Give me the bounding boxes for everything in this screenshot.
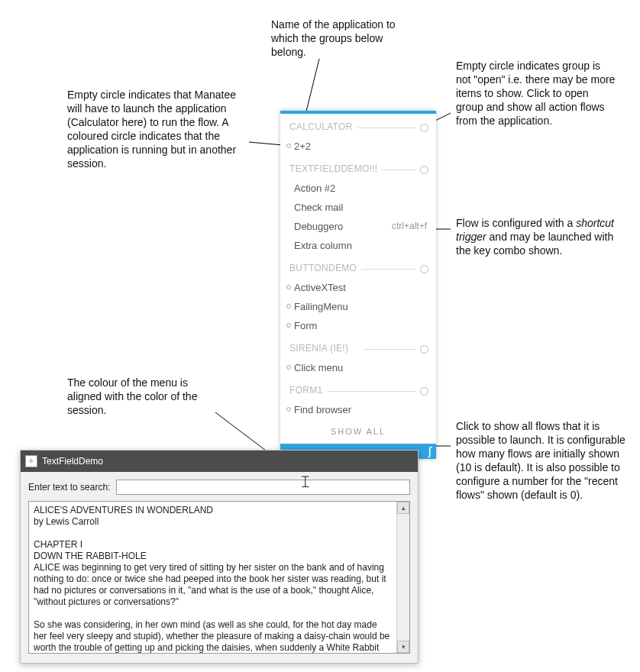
group-header[interactable]: SIRENIA (IE!) [280, 335, 436, 358]
search-row: Enter text to search: [28, 480, 410, 495]
callout-menu-color: The colour of the menu is aligned with t… [67, 376, 224, 417]
flow-menu-body: CALCULATOR2+2TEXTFIELDDEMO!!!Action #2Ch… [280, 114, 436, 419]
logo-icon: ʃ [428, 446, 432, 457]
group-title: SIRENIA (IE!) [289, 343, 353, 354]
callout-shortcut: Flow is configured with a shortcut trigg… [456, 216, 616, 257]
group-open-indicator-icon[interactable] [420, 345, 428, 354]
window-titlebar[interactable]: ✧ TextFieldDemo [21, 451, 418, 472]
group-header[interactable]: CALCULATOR [280, 114, 436, 137]
group-open-indicator-icon[interactable] [420, 124, 428, 132]
group-title: FORM1 [289, 385, 328, 396]
flow-launch-indicator-icon [286, 365, 291, 370]
callout-shortcut-em: shortcut trigger [456, 217, 614, 243]
window-title: TextFieldDemo [42, 456, 103, 467]
app-window: ✧ TextFieldDemo Enter text to search: 𝙸 … [20, 450, 419, 664]
flow-item-label: Form [294, 320, 317, 331]
flow-launch-indicator-icon [286, 407, 291, 412]
textarea-wrapper: ▴ ▾ [28, 501, 410, 654]
group-open-indicator-icon[interactable] [420, 265, 428, 273]
group-divider [347, 128, 416, 128]
search-label: Enter text to search: [28, 482, 110, 493]
flow-item-label: Extra column [294, 240, 352, 251]
flow-item[interactable]: Extra column [280, 236, 436, 255]
flow-menu: CALCULATOR2+2TEXTFIELDDEMO!!!Action #2Ch… [280, 111, 436, 459]
scrollbar[interactable]: ▴ ▾ [396, 502, 409, 653]
flow-item-label: FailingMenu [294, 301, 348, 312]
flow-item-label: 2+2 [294, 141, 311, 152]
callout-open-circle: Empty circle indicates group is not "ope… [456, 59, 616, 128]
flow-item[interactable]: Find browser [280, 400, 436, 419]
flow-item[interactable]: 2+2 [280, 137, 436, 156]
group-title: BUTTONDEMO [289, 263, 361, 273]
flow-item-shortcut: ctrl+alt+f [392, 221, 427, 231]
flow-item[interactable]: ActiveXTest [280, 278, 436, 297]
callout-launch-circle: Empty circle indicates that Manatee will… [67, 88, 243, 170]
flow-item[interactable]: Click menu [280, 358, 436, 377]
text-content[interactable] [29, 502, 396, 653]
group-title: CALCULATOR [289, 121, 357, 132]
group-header[interactable]: BUTTONDEMO [280, 255, 436, 278]
flow-item-label: Debuggero [294, 221, 343, 232]
flow-launch-indicator-icon [286, 144, 291, 148]
group-divider [321, 391, 416, 392]
flow-item[interactable]: Action #2 [280, 179, 436, 198]
callout-app-name: Name of the application to which the gro… [271, 18, 412, 59]
flow-launch-indicator-icon [286, 323, 291, 328]
search-input[interactable] [116, 480, 410, 495]
group-title: TEXTFIELDDEMO!!! [289, 163, 382, 174]
app-icon: ✧ [25, 455, 37, 467]
group-open-indicator-icon[interactable] [420, 387, 428, 396]
svg-line-1 [249, 142, 283, 145]
group-open-indicator-icon[interactable] [420, 166, 428, 174]
scroll-up-button[interactable]: ▴ [397, 502, 409, 514]
group-header[interactable]: TEXTFIELDDEMO!!! [280, 156, 436, 179]
group-header[interactable]: FORM1 [280, 377, 436, 400]
group-divider [364, 349, 416, 350]
flow-item[interactable]: FailingMenu [280, 297, 436, 316]
window-content: Enter text to search: 𝙸 ▴ ▾ [21, 472, 418, 663]
flow-item-label: Click menu [294, 362, 343, 373]
flow-item[interactable]: Check mail [280, 198, 436, 217]
flow-item-label: Check mail [294, 202, 343, 213]
flow-item[interactable]: Debuggeroctrl+alt+f [280, 217, 436, 236]
flow-launch-indicator-icon [286, 304, 291, 309]
flow-item-label: Action #2 [294, 183, 335, 194]
scroll-down-button[interactable]: ▾ [397, 641, 409, 653]
flow-item[interactable]: Form [280, 316, 436, 335]
flow-launch-indicator-icon [286, 285, 291, 289]
show-all-button[interactable]: SHOW ALL [280, 419, 436, 444]
callout-show-all: Click to show all flows that it is possi… [456, 419, 628, 502]
group-divider [380, 170, 416, 170]
canvas: { "callouts": { "app_name": "Name of the… [0, 0, 640, 672]
flow-item-label: Find browser [294, 404, 351, 415]
flow-item-label: ActiveXTest [294, 282, 346, 293]
